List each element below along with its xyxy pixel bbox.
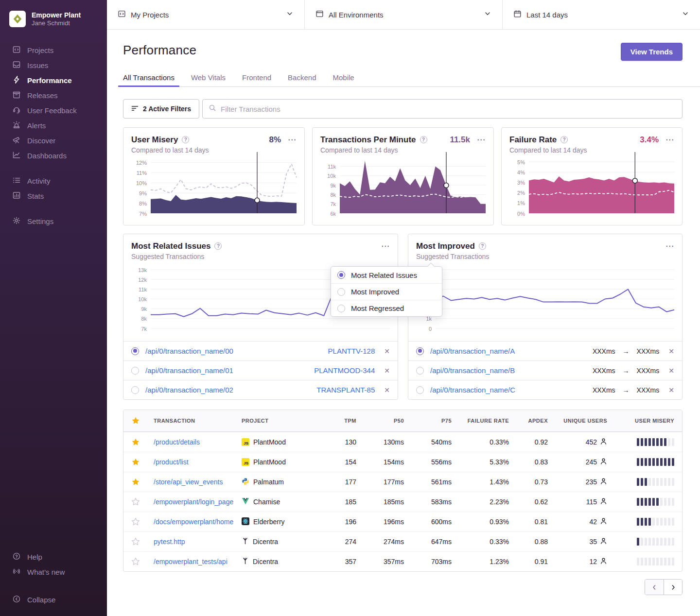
star-toggle[interactable] [131,557,149,566]
issue-link[interactable]: TRANSPLANT-85 [316,386,375,394]
transaction-link[interactable]: /api/0/transaction_name/00 [145,347,233,355]
sidebar-item-releases[interactable]: Releases [0,88,107,103]
active-filters-button[interactable]: 2 Active Filters [123,99,199,119]
chart-plot[interactable] [151,159,297,213]
sidebar-item-whats-new[interactable]: What’s new [0,565,107,580]
column-header-apdex[interactable]: APDEX [514,418,548,424]
ellipsis-menu-button[interactable]: ⋯ [288,135,297,145]
sidebar-item-user-feedback[interactable]: User Feedback [0,103,107,118]
question-icon[interactable]: ? [560,136,568,143]
chart-plot[interactable] [436,265,674,328]
question-icon[interactable]: ? [182,136,189,143]
column-header-unique-users[interactable]: UNIQUE USERS [553,418,607,424]
radio-unselected[interactable] [131,367,139,375]
menu-item-most-related-issues[interactable]: Most Related Issues [331,267,442,283]
ellipsis-menu-button[interactable]: ⋯ [665,241,674,251]
chart-plot[interactable] [529,159,674,213]
column-header-transaction[interactable]: TRANSACTION [154,418,237,424]
transaction-link[interactable]: /store/api_view_events [154,478,237,486]
question-icon[interactable]: ? [479,242,486,250]
transaction-link[interactable]: /api/0/transaction_name/A [430,347,515,355]
transaction-link[interactable]: /api/0/transaction_name/01 [145,366,233,375]
search-input[interactable] [221,105,676,113]
tab-frontend[interactable]: Frontend [242,73,271,86]
ellipsis-menu-button[interactable]: ⋯ [665,135,674,145]
star-toggle[interactable] [131,438,149,446]
radio-unselected[interactable] [131,386,139,394]
org-switcher[interactable]: Empower Plant Jane Schmidt [0,0,107,32]
user-icon [600,458,607,466]
transaction-link[interactable]: /product/details [154,438,237,446]
close-icon[interactable]: ✕ [668,387,674,394]
transaction-link[interactable]: /product/list [154,458,237,466]
transaction-link[interactable]: /empowerplant/login_page [154,498,237,506]
radio-selected[interactable] [416,347,424,355]
page-title: Performance [123,43,196,58]
date-range-selector[interactable]: Last 14 days [503,0,700,29]
failure-rate-cell: 0.33% [456,438,509,446]
sidebar-collapse-button[interactable]: Collapse [0,592,107,607]
projects-icon [12,45,21,55]
issue-link[interactable]: PLANTMOOD-344 [314,366,375,375]
project-name: PlantMood [253,458,286,466]
sidebar-item-label: Activity [27,177,51,185]
sidebar-item-stats[interactable]: Stats [0,188,107,204]
transaction-list-item: /api/0/transaction_name/B XXXms → XXXms … [408,360,682,380]
radio-unselected[interactable] [416,367,424,375]
sidebar-item-performance[interactable]: Performance [0,73,107,88]
unique-users-count: 245 [586,458,597,466]
sidebar-item-alerts[interactable]: Alerts [0,118,107,133]
close-icon[interactable]: ✕ [668,367,674,374]
menu-item-most-regressed[interactable]: Most Regressed [331,300,442,316]
tab-mobile[interactable]: Mobile [332,73,354,86]
sidebar-item-settings[interactable]: Settings [0,214,107,229]
view-trends-button[interactable]: View Trends [621,43,682,61]
transaction-link[interactable]: /api/0/transaction_name/02 [145,386,233,394]
y-axis-tick-label: 1% [509,200,525,206]
question-icon[interactable]: ? [214,242,222,250]
environment-selector[interactable]: All Environments [305,0,503,29]
question-icon[interactable]: ? [420,136,427,143]
transaction-link[interactable]: /api/0/transaction_name/B [430,366,515,375]
tab-backend[interactable]: Backend [288,73,316,86]
close-icon[interactable]: ✕ [384,367,390,374]
star-toggle[interactable] [131,537,149,546]
sidebar-item-activity[interactable]: Activity [0,173,107,188]
column-header-user-misery[interactable]: USER MISERY [612,418,674,424]
star-toggle[interactable] [131,497,149,506]
transaction-link[interactable]: /docs/empowerplant/home [154,518,237,526]
tpm-value: 11.5k [450,135,470,145]
column-header-p50[interactable]: P50 [361,418,404,424]
column-header-failure-rate[interactable]: FAILURE RATE [456,418,509,424]
star-toggle[interactable] [131,478,149,486]
column-header-project[interactable]: PROJECT [242,418,319,424]
transaction-link[interactable]: /api/0/transaction_name/C [430,386,515,394]
project-selector[interactable]: My Projects [107,0,305,29]
star-toggle[interactable] [131,517,149,526]
issue-link[interactable]: PLANTTV-128 [328,347,375,355]
column-header-tpm[interactable]: TPM [324,418,356,424]
close-icon[interactable]: ✕ [384,348,390,355]
radio-unselected[interactable] [416,386,424,394]
close-icon[interactable]: ✕ [668,348,674,355]
ellipsis-menu-button[interactable]: ⋯ [381,241,390,251]
next-page-button[interactable] [664,580,682,595]
transaction-link[interactable]: pytest.http [154,538,237,546]
sidebar-item-discover[interactable]: Discover [0,133,107,148]
sidebar-item-projects[interactable]: Projects [0,43,107,58]
tab-all-transactions[interactable]: All Transactions [123,73,175,86]
menu-item-most-improved[interactable]: Most Improved [331,283,442,300]
table-row: pytest.http Dicentra 274 274ms 647ms 0.3… [123,531,682,551]
star-toggle[interactable] [131,458,149,466]
sidebar-item-help[interactable]: Help [0,549,107,565]
tab-web-vitals[interactable]: Web Vitals [191,73,226,86]
column-header-p75[interactable]: P75 [409,418,452,424]
sidebar-item-issues[interactable]: Issues [0,58,107,73]
radio-selected[interactable] [131,347,139,355]
ellipsis-menu-button[interactable]: ⋯ [477,135,486,145]
close-icon[interactable]: ✕ [384,387,390,394]
chart-plot[interactable] [340,159,486,213]
transaction-link[interactable]: /empowerplant_tests/api [154,558,237,565]
previous-page-button[interactable] [645,580,664,595]
sidebar-item-dashboards[interactable]: Dashboards [0,148,107,163]
